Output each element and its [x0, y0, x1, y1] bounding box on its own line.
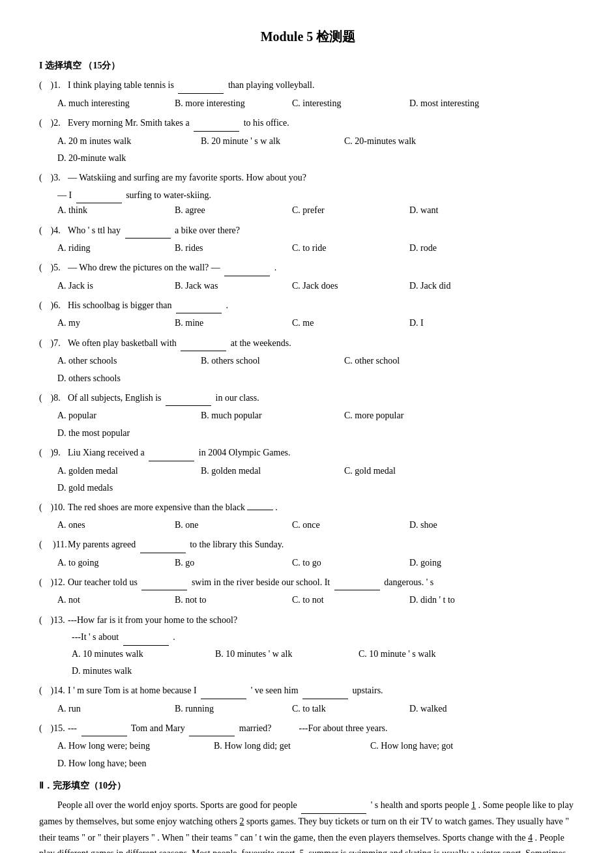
q2-options: A. 20 m inutes walk B. 20 minute ' s w a… — [57, 134, 577, 166]
q10-options: A. ones B. one C. once D. shoe — [57, 518, 577, 532]
q3-options: A. think B. agree C. prefer D. want — [57, 203, 577, 218]
question-14: ( )14. I ' m sure Tom is at home because… — [39, 684, 577, 699]
q11-options: A. to going B. go C. to go D. going — [57, 556, 577, 570]
q3-sub: — I surfing to water-skiing. — [57, 188, 577, 203]
q1-options: A. much interesting B. more interesting … — [57, 96, 577, 111]
question-6: ( )6. His schoolbag is bigger than . — [39, 298, 577, 313]
question-5: ( )5. — Who drew the pictures on the wal… — [39, 261, 577, 276]
q14-options: A. run B. running C. to talk D. walked — [57, 702, 577, 716]
question-7: ( )7. We often play basketball with at t… — [39, 336, 577, 351]
page-title: Module 5 检测题 — [39, 26, 577, 47]
q13-sub: ---It ' s about . — [72, 630, 577, 645]
question-8: ( )8. Of all subjects, English is in our… — [39, 391, 577, 406]
q5-options: A. Jack is B. Jack was C. Jack does D. J… — [57, 279, 577, 293]
q6-options: A. my B. mine C. me D. I — [57, 316, 577, 330]
question-3: ( )3. — Watskiing and surfing are my fav… — [39, 171, 577, 185]
q13-options: A. 10 minutes walk B. 10 minutes ' w alk… — [72, 647, 577, 679]
question-11: ( )11. My parents agreed to the library … — [39, 538, 577, 553]
question-13: ( )13. ---How far is it from your home t… — [39, 613, 577, 628]
passage-text: People all over the world enjoy sports. … — [39, 798, 577, 853]
section2-header: Ⅱ．完形填空（10分） — [39, 779, 577, 793]
question-1: ( )1. I think playing table tennis is th… — [39, 78, 577, 93]
q4-options: A. riding B. rides C. to ride D. rode — [57, 241, 577, 255]
section1-header: I 选择填空 （15分） — [39, 59, 577, 73]
q8-options: A. popular B. much popular C. more popul… — [57, 409, 577, 441]
q9-options: A. golden medal B. golden medal C. gold … — [57, 464, 577, 496]
question-10: ( )10. The red shoes are more expensive … — [39, 500, 577, 515]
question-4: ( )4. Who ' s ttl hay a bike over there? — [39, 224, 577, 239]
question-15: ( )15. --- Tom and Mary married? ---For … — [39, 721, 577, 736]
q12-options: A. not B. not to C. to not D. didn ' t t… — [57, 593, 577, 607]
q7-options: A. other schools B. others school C. oth… — [57, 354, 577, 386]
question-2: ( )2. Every morning Mr. Smith takes a to… — [39, 116, 577, 131]
question-9: ( )9. Liu Xiang received a in 2004 Olymp… — [39, 446, 577, 461]
question-12: ( )12. Our teacher told us swim in the r… — [39, 575, 577, 590]
q15-options: A. How long were; being B. How long did;… — [57, 739, 577, 771]
